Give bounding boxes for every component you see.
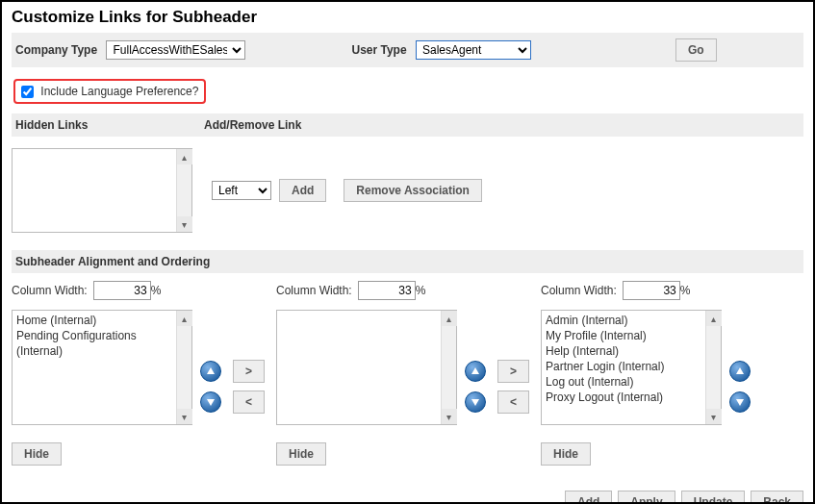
col3-move-down-button[interactable]	[729, 391, 751, 413]
col1-hide-button[interactable]: Hide	[12, 442, 62, 466]
user-type-label: User Type	[351, 43, 406, 57]
col3-width-label: Column Width:	[541, 284, 617, 297]
col2-hide-button[interactable]: Hide	[276, 442, 326, 466]
move-right-button-1[interactable]: >	[233, 360, 265, 383]
add-link-button[interactable]: Add	[279, 179, 326, 202]
move-left-button-1[interactable]: <	[233, 391, 265, 414]
include-language-checkbox[interactable]	[21, 86, 34, 98]
scroll-down-icon[interactable]: ▾	[442, 409, 457, 424]
list-item[interactable]: My Profile (Internal)	[546, 328, 703, 343]
col3-move-up-button[interactable]	[729, 361, 751, 382]
col3-hide-button[interactable]: Hide	[541, 442, 591, 466]
col2-width-label: Column Width:	[276, 284, 352, 297]
col2-move-down-button[interactable]	[465, 391, 486, 413]
list-item[interactable]: Log out (Internal)	[546, 374, 703, 390]
scroll-down-icon[interactable]: ▾	[177, 216, 192, 232]
percent-label: %	[151, 284, 162, 297]
list-item[interactable]: Admin (Internal)	[546, 313, 703, 328]
scroll-down-icon[interactable]: ▾	[706, 409, 722, 424]
footer-back-button[interactable]: Back	[751, 491, 803, 504]
hidden-links-listbox[interactable]: ▴ ▾	[12, 148, 192, 233]
list-item[interactable]: Pending Configurations (Internal)	[16, 328, 174, 359]
company-type-label: Company Type	[15, 43, 97, 57]
company-type-select[interactable]: FullAccessWithESales	[106, 40, 245, 60]
footer-update-button[interactable]: Update	[681, 491, 746, 504]
footer-add-button[interactable]: Add	[565, 491, 612, 504]
page-title: Customize Links for Subheader	[12, 8, 803, 27]
col1-width-label: Column Width:	[12, 284, 88, 297]
scroll-up-icon[interactable]: ▴	[177, 149, 192, 164]
scrollbar[interactable]: ▴ ▾	[705, 311, 721, 424]
highlight-annotation: Include Language Preference?	[13, 79, 206, 104]
col2-width-input[interactable]	[358, 281, 416, 300]
col1-listbox[interactable]: Home (Internal) Pending Configurations (…	[12, 310, 192, 425]
hidden-addremove-header: Hidden Links Add/Remove Link	[12, 113, 803, 137]
list-item[interactable]: Partner Login (Internal)	[546, 359, 703, 374]
remove-association-button[interactable]: Remove Association	[344, 179, 482, 202]
col1-move-up-button[interactable]	[200, 361, 221, 382]
list-item[interactable]: Home (Internal)	[16, 313, 174, 328]
user-type-select[interactable]: SalesAgent	[416, 40, 531, 60]
go-button[interactable]: Go	[675, 38, 717, 62]
scroll-down-icon[interactable]: ▾	[177, 409, 192, 424]
scroll-up-icon[interactable]: ▴	[706, 311, 722, 326]
scroll-up-icon[interactable]: ▴	[442, 311, 457, 326]
col1-width-input[interactable]	[93, 281, 151, 300]
footer-apply-button[interactable]: Apply	[618, 491, 675, 504]
percent-label: %	[680, 284, 691, 297]
percent-label: %	[416, 284, 426, 297]
col3-listbox[interactable]: Admin (Internal) My Profile (Internal) H…	[541, 310, 722, 425]
col3-width-input[interactable]	[623, 281, 680, 300]
add-remove-header: Add/Remove Link	[204, 118, 301, 132]
scrollbar[interactable]: ▴ ▾	[176, 311, 191, 424]
list-item[interactable]: Help (Internal)	[546, 343, 703, 359]
col1-move-down-button[interactable]	[200, 391, 221, 413]
hidden-links-header: Hidden Links	[15, 118, 204, 132]
scroll-up-icon[interactable]: ▴	[177, 311, 192, 326]
list-item[interactable]: Proxy Logout (Internal)	[546, 390, 703, 405]
alignment-header: Subheader Alignment and Ordering	[12, 250, 803, 273]
scrollbar[interactable]: ▴ ▾	[441, 311, 456, 424]
col2-move-up-button[interactable]	[465, 361, 486, 382]
col2-listbox[interactable]: ▴ ▾	[276, 310, 457, 425]
move-left-button-2[interactable]: <	[497, 391, 529, 414]
include-language-label: Include Language Preference?	[40, 85, 198, 98]
position-select[interactable]: Left	[212, 181, 271, 200]
scrollbar[interactable]: ▴ ▾	[176, 149, 191, 232]
top-filter-bar: Company Type FullAccessWithESales User T…	[12, 33, 803, 67]
move-right-button-2[interactable]: >	[497, 360, 529, 383]
